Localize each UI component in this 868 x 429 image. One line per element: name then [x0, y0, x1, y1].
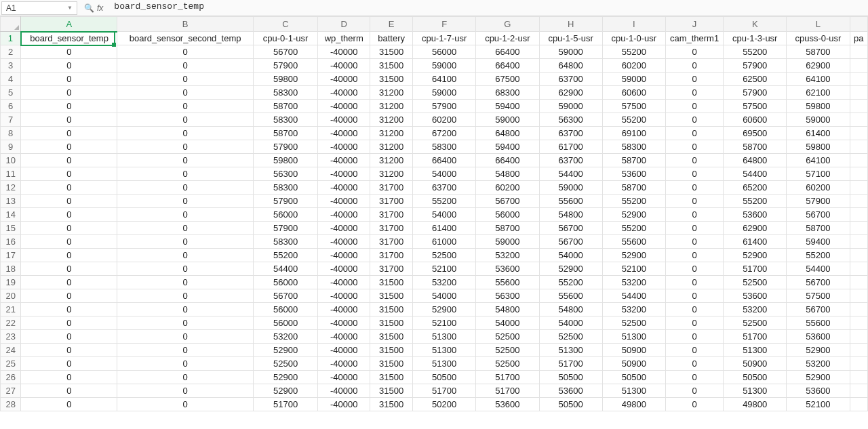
cell[interactable]: 31500: [370, 398, 413, 411]
row-header[interactable]: 10: [1, 154, 21, 167]
cell[interactable]: 50500: [724, 371, 787, 384]
cell[interactable]: -40000: [318, 154, 370, 167]
cell[interactable]: 57900: [253, 59, 317, 73]
cell[interactable]: 67500: [476, 73, 539, 86]
cell[interactable]: 54000: [413, 289, 476, 303]
cell[interactable]: 0: [665, 181, 723, 195]
cell[interactable]: 56000: [253, 316, 317, 330]
cell[interactable]: cpu-0-1-usr: [253, 32, 317, 45]
cell[interactable]: [850, 235, 867, 249]
row-header[interactable]: 14: [1, 208, 21, 222]
cell[interactable]: 64800: [476, 127, 539, 140]
cell[interactable]: 50900: [602, 344, 665, 357]
cell[interactable]: 31500: [370, 344, 413, 357]
cell[interactable]: 51700: [539, 357, 602, 371]
cell[interactable]: 57500: [724, 100, 787, 113]
col-header-L[interactable]: L: [787, 17, 850, 32]
cell[interactable]: -40000: [318, 208, 370, 222]
col-header-I[interactable]: I: [602, 17, 665, 32]
cell[interactable]: 31500: [370, 357, 413, 371]
cell[interactable]: 0: [665, 73, 723, 86]
cell[interactable]: 56300: [539, 113, 602, 127]
cell[interactable]: 54400: [724, 167, 787, 181]
cell[interactable]: 57900: [413, 100, 476, 113]
row-header[interactable]: 19: [1, 276, 21, 289]
cell[interactable]: 59000: [413, 59, 476, 73]
cell[interactable]: 58300: [602, 140, 665, 154]
cell[interactable]: 0: [665, 127, 723, 140]
select-all-corner[interactable]: [1, 17, 21, 32]
cell[interactable]: 53600: [787, 330, 850, 344]
row-header[interactable]: 4: [1, 73, 21, 86]
cell[interactable]: 0: [117, 100, 254, 113]
cell[interactable]: [850, 344, 867, 357]
cell[interactable]: [850, 276, 867, 289]
cell[interactable]: 0: [665, 289, 723, 303]
cell[interactable]: 0: [117, 127, 254, 140]
row-header[interactable]: 16: [1, 235, 21, 249]
cell[interactable]: -40000: [318, 140, 370, 154]
cell[interactable]: 54000: [539, 249, 602, 262]
row-header[interactable]: 13: [1, 195, 21, 208]
cell[interactable]: 0: [21, 100, 117, 113]
cell[interactable]: 55600: [787, 316, 850, 330]
col-header-C[interactable]: C: [253, 17, 317, 32]
cell[interactable]: 53600: [602, 167, 665, 181]
cell[interactable]: 0: [665, 113, 723, 127]
cell[interactable]: [850, 45, 867, 59]
cell[interactable]: 64100: [413, 73, 476, 86]
cell[interactable]: 0: [665, 344, 723, 357]
cell[interactable]: 0: [21, 357, 117, 371]
cell[interactable]: 0: [117, 154, 254, 167]
cell[interactable]: 61400: [724, 235, 787, 249]
cell[interactable]: 56700: [787, 208, 850, 222]
cell[interactable]: 51300: [539, 344, 602, 357]
cell[interactable]: 56000: [253, 303, 317, 316]
cell[interactable]: 0: [665, 330, 723, 344]
cell[interactable]: 58700: [724, 140, 787, 154]
cell[interactable]: [850, 357, 867, 371]
cell[interactable]: [850, 371, 867, 384]
cell[interactable]: -40000: [318, 303, 370, 316]
cell[interactable]: 59000: [787, 113, 850, 127]
cell[interactable]: 52900: [787, 371, 850, 384]
cell[interactable]: 53600: [476, 262, 539, 276]
cell[interactable]: 0: [21, 208, 117, 222]
cell[interactable]: 64100: [787, 73, 850, 86]
cell[interactable]: 53600: [724, 208, 787, 222]
cell[interactable]: [850, 195, 867, 208]
cell[interactable]: 55200: [413, 195, 476, 208]
row-header[interactable]: 27: [1, 384, 21, 398]
cell[interactable]: 65200: [724, 181, 787, 195]
cell[interactable]: [850, 249, 867, 262]
cell[interactable]: 0: [665, 86, 723, 100]
cell[interactable]: 56000: [253, 276, 317, 289]
cell[interactable]: 63700: [539, 73, 602, 86]
cell[interactable]: 55200: [602, 222, 665, 235]
cell[interactable]: 0: [665, 262, 723, 276]
cell[interactable]: 31500: [370, 45, 413, 59]
cell[interactable]: 53200: [602, 276, 665, 289]
row-header[interactable]: 18: [1, 262, 21, 276]
cell[interactable]: 52900: [787, 344, 850, 357]
cell[interactable]: 60200: [476, 181, 539, 195]
col-header-extra[interactable]: [850, 17, 867, 32]
col-header-K[interactable]: K: [724, 17, 787, 32]
cell[interactable]: board_sensor_temp: [21, 32, 117, 45]
row-header[interactable]: 9: [1, 140, 21, 154]
cell[interactable]: 51700: [476, 371, 539, 384]
cell[interactable]: 58700: [602, 154, 665, 167]
cell[interactable]: 59000: [539, 100, 602, 113]
cell[interactable]: 0: [117, 235, 254, 249]
cell[interactable]: 58700: [602, 181, 665, 195]
cell[interactable]: 31500: [370, 371, 413, 384]
cell[interactable]: 53600: [476, 398, 539, 411]
cell[interactable]: 59400: [787, 235, 850, 249]
cell[interactable]: 57900: [724, 86, 787, 100]
row-header[interactable]: 23: [1, 330, 21, 344]
cell[interactable]: 0: [665, 249, 723, 262]
cell[interactable]: -40000: [318, 45, 370, 59]
cell[interactable]: 31500: [370, 276, 413, 289]
row-header[interactable]: 15: [1, 222, 21, 235]
cell[interactable]: 55200: [602, 113, 665, 127]
